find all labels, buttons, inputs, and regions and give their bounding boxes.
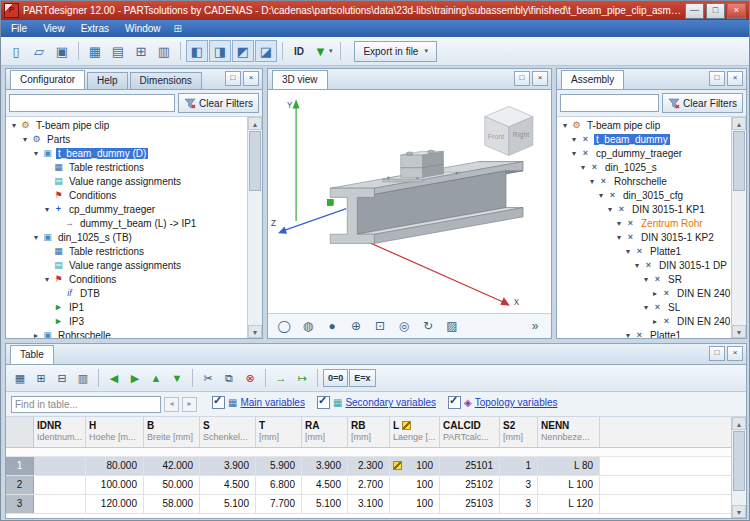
table-view-button[interactable]: ▦ — [84, 40, 106, 62]
panel-maximize-button[interactable]: □ — [709, 346, 725, 361]
collapse-icon[interactable]: ▾ — [587, 177, 597, 186]
tree-item-table-restrictions[interactable]: ▦Table restrictions — [6, 160, 247, 174]
expression-mode-button[interactable]: E=x — [349, 369, 375, 387]
panel-close-button[interactable]: × — [532, 71, 548, 86]
table-cell[interactable] — [34, 476, 86, 494]
collapse-icon[interactable]: ▾ — [641, 275, 651, 284]
vertical-scrollbar[interactable]: ▲ ▼ — [247, 117, 262, 338]
collapse-icon[interactable]: ▾ — [42, 275, 52, 284]
expand-icon[interactable]: ▸ — [650, 289, 660, 298]
publish-dropdown-button[interactable]: ▼▾ — [311, 40, 335, 62]
collapse-icon[interactable]: ▾ — [614, 233, 624, 242]
render-shaded-button[interactable]: ● — [321, 315, 343, 337]
zoom-in-button[interactable]: ⊕ — [345, 315, 367, 337]
tree-item-cp-dummy-traeger[interactable]: ▾+cp_dummy_traeger — [6, 202, 247, 216]
table-cell[interactable]: 25103 — [440, 495, 500, 513]
tree-item-value-range-assignments[interactable]: ▤Value range assignments — [6, 258, 247, 272]
collapse-icon[interactable]: ▾ — [31, 149, 41, 158]
collapse-icon[interactable]: ▾ — [605, 205, 615, 214]
save-button[interactable]: ▣ — [51, 40, 73, 62]
tab-assembly[interactable]: Assembly — [561, 70, 624, 89]
column-header-h[interactable]: HHoehe [m... — [86, 417, 144, 447]
scroll-down-icon[interactable]: ▼ — [248, 325, 262, 338]
window-list-icon[interactable]: ⊞ — [169, 23, 187, 34]
scroll-thumb[interactable] — [249, 131, 261, 191]
more-tools-button[interactable]: » — [524, 315, 546, 337]
tree-item-din-3015-1-kp2[interactable]: ▾×DIN 3015-1 KP2 — [557, 230, 731, 244]
tab-configurator[interactable]: Configurator — [10, 70, 85, 89]
row-header[interactable]: 2 — [6, 476, 34, 494]
rotate-view-button[interactable]: ↻ — [417, 315, 439, 337]
export-in-file-button[interactable]: Export in file ▾ — [354, 41, 437, 62]
table-cell[interactable]: L 80 — [538, 457, 600, 475]
table-cell[interactable]: 1 — [500, 457, 538, 475]
tree-item-dtb[interactable]: ifDTB — [6, 286, 247, 300]
move-row-up-button[interactable]: ▲ — [146, 368, 166, 388]
table-cell[interactable]: 3.900 — [302, 457, 348, 475]
copy-button[interactable]: ⧉ — [219, 368, 239, 388]
panel-close-button[interactable]: × — [243, 71, 259, 86]
tree-item-conditions[interactable]: ⚑Conditions — [6, 188, 247, 202]
panel-maximize-button[interactable]: □ — [514, 71, 530, 86]
scroll-track[interactable] — [248, 192, 262, 325]
table-cell[interactable]: 100 — [390, 495, 440, 513]
table-cell[interactable]: 5.900 — [256, 457, 302, 475]
vertical-scrollbar[interactable]: ▲ ▼ — [731, 117, 746, 338]
toggle-3d-view-button[interactable]: ◨ — [209, 40, 231, 62]
zoom-window-button[interactable]: ⊡ — [369, 315, 391, 337]
collapse-icon[interactable]: ▾ — [560, 121, 570, 130]
table-corner-cell[interactable] — [6, 417, 34, 447]
scroll-thumb[interactable] — [733, 431, 745, 491]
column-header-s[interactable]: SSchenkel... — [200, 417, 256, 447]
table-row[interactable]: 2100.00050.0004.5006.8004.5002.700100251… — [6, 476, 731, 495]
column-header-b[interactable]: BBreite [mm] — [144, 417, 200, 447]
tree-item-din-3015-1-kp1[interactable]: ▾×DIN 3015-1 KP1 — [557, 202, 731, 216]
cut-button[interactable]: ✂ — [198, 368, 218, 388]
tree-item-t-beam-dummy-d-[interactable]: ▾▣t_beam_dummy (D) — [6, 146, 247, 160]
row-header[interactable]: 1 — [6, 457, 34, 475]
select-table-button[interactable]: ▥ — [73, 368, 93, 388]
tab-3d-view[interactable]: 3D view — [272, 70, 328, 89]
expand-icon[interactable]: ▸ — [31, 331, 41, 339]
tree-item-platte1[interactable]: ▾×Platte1 — [557, 244, 731, 258]
table-cell[interactable]: 25102 — [440, 476, 500, 494]
column-header-t[interactable]: T[mm] — [256, 417, 302, 447]
tree-item-din-en-2401[interactable]: ▸×DIN EN 2401 — [557, 314, 731, 328]
table-cell[interactable]: L 100 — [538, 476, 600, 494]
collapse-icon[interactable]: ▾ — [623, 247, 633, 256]
variable-filter-label[interactable]: Secondary variables — [345, 397, 436, 408]
table-cell[interactable]: 5.100 — [200, 495, 256, 513]
table-cell[interactable]: 25101 — [440, 457, 500, 475]
table-cell[interactable]: 5.100 — [302, 495, 348, 513]
3d-viewport[interactable]: Y Z X — [268, 90, 551, 313]
table-cell[interactable]: 80.000 — [86, 457, 144, 475]
column-header-s2[interactable]: S2[mm] — [500, 417, 538, 447]
tree-item-din-3015-cfg[interactable]: ▾×din_3015_cfg — [557, 188, 731, 202]
expand-icon[interactable]: ▸ — [650, 317, 660, 326]
table-cell[interactable]: 3 — [500, 476, 538, 494]
close-button[interactable]: × — [727, 3, 746, 19]
tree-item-table-restrictions[interactable]: ▦Table restrictions — [6, 244, 247, 258]
menu-view[interactable]: View — [35, 22, 73, 35]
table-cell[interactable]: 100.000 — [86, 476, 144, 494]
insertion-point-marker[interactable] — [327, 199, 333, 205]
fit-view-button[interactable]: ◎ — [393, 315, 415, 337]
tree-item-din-1025-s[interactable]: ▾×din_1025_s — [557, 160, 731, 174]
table-row[interactable]: 180.00042.0003.9005.9003.9002.3001002510… — [6, 457, 731, 476]
insert-row-button[interactable]: ⊞ — [31, 368, 51, 388]
table-row[interactable]: 3120.00058.0005.1007.7005.1003.100100251… — [6, 495, 731, 514]
apply-row-button[interactable]: → — [271, 368, 291, 388]
vertical-scrollbar[interactable]: ▲ ▼ — [731, 417, 746, 518]
tree-item-cp-dummy-traeger[interactable]: ▾×cp_dummy_traeger — [557, 146, 731, 160]
assembly-filter-input[interactable] — [560, 94, 659, 112]
panel-maximize-button[interactable]: □ — [709, 71, 725, 86]
render-solid-button[interactable]: ◍ — [297, 315, 319, 337]
scroll-down-icon[interactable]: ▼ — [732, 505, 746, 518]
scroll-track[interactable] — [732, 492, 746, 505]
table-cell[interactable]: 120.000 — [86, 495, 144, 513]
tree-item-din-en-2401[interactable]: ▸×DIN EN 2401 — [557, 286, 731, 300]
menu-file[interactable]: File — [3, 22, 35, 35]
column-header-ra[interactable]: RA[mm] — [302, 417, 348, 447]
collapse-icon[interactable]: ▾ — [614, 219, 624, 228]
row-header[interactable]: 3 — [6, 495, 34, 513]
